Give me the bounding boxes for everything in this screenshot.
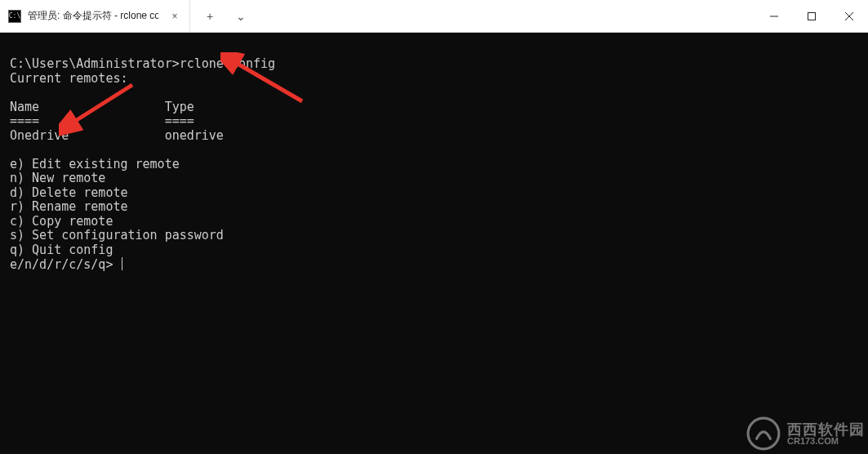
maximize-icon [808, 12, 816, 20]
minimize-icon [770, 12, 778, 20]
watermark: 西西软件园 CR173.COM [746, 416, 865, 451]
tab-actions: + ⌄ [190, 0, 256, 32]
menu-item: d) Delete remote [10, 185, 128, 200]
column-underline-type: ==== [165, 114, 194, 128]
current-remotes-label: Current remotes: [10, 71, 128, 86]
prompt-text: C:\Users\Administrator> [10, 56, 180, 71]
menu-item: r) Rename remote [10, 199, 128, 214]
terminal-tab[interactable]: C:\ 管理员: 命令提示符 - rclone con × [0, 0, 190, 32]
input-prompt: e/n/d/r/c/s/q> [10, 257, 113, 272]
menu-item: c) Copy remote [10, 214, 113, 229]
menu-item: q) Quit config [10, 243, 113, 257]
svg-point-6 [748, 418, 779, 449]
remote-name: Onedrive [10, 128, 69, 143]
close-tab-button[interactable]: × [168, 10, 181, 23]
cmd-icon: C:\ [8, 10, 21, 23]
maximize-button[interactable] [793, 0, 830, 32]
menu-item: n) New remote [10, 171, 105, 185]
tab-dropdown-button[interactable]: ⌄ [226, 0, 256, 32]
close-icon [845, 12, 853, 20]
watermark-logo-icon [746, 416, 781, 451]
menu-item: e) Edit existing remote [10, 157, 180, 171]
column-underline-name: ==== [10, 114, 39, 128]
close-window-button[interactable] [830, 0, 868, 32]
column-header-type: Type [165, 100, 194, 114]
tab-title: 管理员: 命令提示符 - rclone con [28, 9, 158, 23]
menu-item: s) Set configuration password [10, 228, 224, 243]
remote-type: onedrive [165, 128, 224, 143]
minimize-button[interactable] [755, 0, 793, 32]
watermark-text-cn: 西西软件园 [787, 422, 865, 437]
window-controls [755, 0, 868, 32]
titlebar: C:\ 管理员: 命令提示符 - rclone con × + ⌄ [0, 0, 868, 33]
watermark-text-url: CR173.COM [787, 437, 865, 446]
column-header-name: Name [10, 100, 39, 114]
new-tab-button[interactable]: + [195, 0, 225, 32]
svg-rect-1 [808, 12, 816, 20]
terminal-body[interactable]: C:\Users\Administrator>rclone config Cur… [0, 33, 868, 454]
text-cursor [122, 257, 122, 270]
command-text: rclone config [180, 56, 275, 71]
